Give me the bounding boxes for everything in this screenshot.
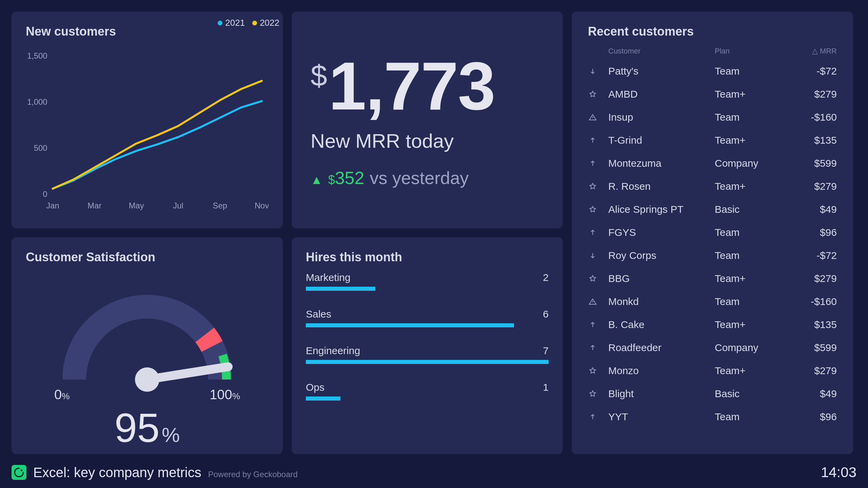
- table-row: Monzo Team+ $279: [588, 359, 837, 382]
- recent-customers-title: Recent customers: [588, 24, 837, 39]
- hire-label: Sales: [306, 308, 331, 320]
- customer-name: Roy Corps: [608, 250, 715, 261]
- new-customers-card: New customers 2021 2022 05001,0001,500Ja…: [12, 12, 283, 228]
- mrr-delta-cell: $96: [783, 411, 837, 423]
- plan-name: Team+: [715, 319, 783, 330]
- table-row: B. Cake Team+ $135: [588, 313, 837, 336]
- hire-row: Engineering7: [306, 345, 549, 364]
- footer-subtitle: Powered by Geckoboard: [208, 470, 298, 479]
- up-icon: [588, 159, 597, 168]
- svg-text:Nov: Nov: [255, 201, 269, 210]
- plan-name: Company: [715, 158, 783, 169]
- table-row: Montezuma Company $599: [588, 152, 837, 175]
- legend-2021: 2021: [218, 18, 245, 28]
- plan-name: Team: [715, 227, 783, 238]
- hire-label: Marketing: [306, 272, 351, 283]
- up-icon: [588, 136, 597, 145]
- svg-text:Jul: Jul: [173, 201, 183, 210]
- mrr-delta-cell: $279: [783, 273, 837, 284]
- svg-text:1,000: 1,000: [27, 97, 47, 106]
- down-icon: [588, 251, 597, 260]
- star-icon: [588, 389, 597, 399]
- up-icon: [588, 343, 597, 352]
- table-row: YYT Team $96: [588, 405, 837, 428]
- customer-name: Montezuma: [608, 158, 715, 169]
- plan-name: Team+: [715, 365, 783, 377]
- mrr-delta-cell: $49: [783, 388, 837, 400]
- mrr-delta-cell: $599: [783, 158, 837, 169]
- customer-name: Insup: [608, 111, 715, 123]
- table-row: R. Rosen Team+ $279: [588, 175, 837, 198]
- mrr-delta-cell: $279: [783, 365, 837, 377]
- mrr-delta-cell: -$160: [783, 296, 837, 307]
- customer-name: Alice Springs PT: [608, 204, 715, 215]
- recent-customers-header: Customer Plan △ MRR: [588, 47, 837, 56]
- customer-name: Monzo: [608, 365, 715, 377]
- hire-row: Ops1: [306, 382, 549, 401]
- table-row: BBG Team+ $279: [588, 267, 837, 290]
- customer-name: Roadfeeder: [608, 342, 715, 353]
- mrr-delta-cell: -$72: [783, 65, 837, 77]
- satisfaction-card: Customer Satisfaction 0% 100% 95%: [12, 237, 283, 454]
- hire-label: Engineering: [306, 345, 360, 357]
- svg-point-12: [21, 469, 23, 471]
- table-row: Roadfeeder Company $599: [588, 336, 837, 359]
- down-icon: [588, 66, 597, 76]
- mrr-delta-cell: $135: [783, 319, 837, 330]
- hire-row: Marketing2: [306, 272, 549, 291]
- plan-name: Team+: [715, 273, 783, 284]
- star-icon: [588, 182, 597, 191]
- customer-name: T-Grind: [608, 135, 715, 146]
- svg-text:Sep: Sep: [213, 201, 227, 210]
- customer-name: YYT: [608, 411, 715, 423]
- table-row: Patty's Team -$72: [588, 60, 837, 83]
- new-customers-chart: 05001,0001,500JanMarMayJulSepNov: [26, 45, 269, 215]
- plan-name: Team+: [715, 88, 783, 100]
- svg-text:May: May: [129, 201, 144, 210]
- table-row: Monkd Team -$160: [588, 290, 837, 313]
- gauge-value: 95%: [115, 404, 180, 451]
- customer-name: Blight: [608, 388, 715, 400]
- svg-text:1,500: 1,500: [27, 51, 47, 60]
- footer-clock: 14:03: [821, 464, 856, 481]
- mrr-label: New MRR today: [311, 129, 544, 152]
- hire-value: 6: [543, 308, 549, 320]
- mrr-delta-cell: -$72: [783, 250, 837, 261]
- recent-customers-card: Recent customers Customer Plan △ MRR Pat…: [572, 12, 853, 454]
- satisfaction-gauge: [39, 271, 256, 393]
- up-icon: [588, 320, 597, 329]
- mrr-value: $1,773: [311, 52, 544, 120]
- hire-value: 2: [543, 272, 549, 283]
- star-icon: [588, 205, 597, 214]
- customer-name: Monkd: [608, 296, 715, 307]
- mrr-delta-cell: $96: [783, 227, 837, 238]
- hire-label: Ops: [306, 382, 324, 393]
- warn-icon: [588, 113, 597, 122]
- star-icon: [588, 366, 597, 375]
- warn-icon: [588, 297, 597, 306]
- svg-text:Jan: Jan: [46, 201, 59, 210]
- svg-text:0: 0: [43, 189, 47, 199]
- mrr-delta-cell: $279: [783, 181, 837, 192]
- up-icon: [588, 412, 597, 422]
- customer-name: FGYS: [608, 227, 715, 238]
- plan-name: Team: [715, 296, 783, 307]
- table-row: Insup Team -$160: [588, 106, 837, 129]
- gauge-min: 0%: [54, 387, 70, 402]
- plan-name: Basic: [715, 388, 783, 400]
- hires-title: Hires this month: [306, 250, 549, 264]
- plan-name: Company: [715, 342, 783, 353]
- hire-value: 1: [543, 382, 549, 393]
- up-icon: [588, 228, 597, 237]
- table-row: Alice Springs PT Basic $49: [588, 198, 837, 221]
- satisfaction-title: Customer Satisfaction: [26, 250, 269, 264]
- mrr-delta: ▲ $352 vs yesterday: [311, 168, 544, 188]
- customer-name: B. Cake: [608, 319, 715, 330]
- mrr-delta-cell: -$160: [783, 111, 837, 123]
- customer-name: Patty's: [608, 65, 715, 77]
- star-icon: [588, 274, 597, 283]
- customer-name: AMBD: [608, 88, 715, 100]
- mrr-card: $1,773 New MRR today ▲ $352 vs yesterday: [292, 12, 563, 228]
- chart-legend: 2021 2022: [218, 18, 279, 28]
- footer: Excel: key company metrics Powered by Ge…: [12, 464, 856, 481]
